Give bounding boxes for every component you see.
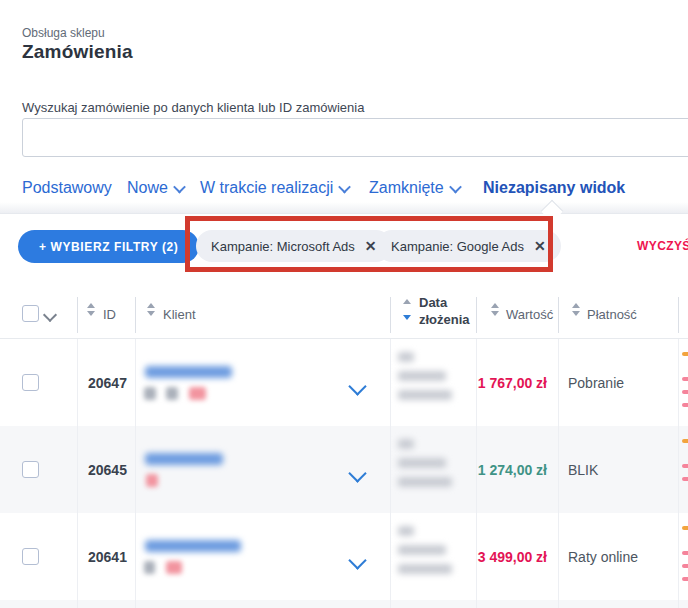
- column-divider: [390, 297, 391, 333]
- tab-label: Nowe: [127, 179, 168, 197]
- sort-desc-icon: [147, 311, 155, 316]
- column-header-data-zlozenia[interactable]: Data złożenia: [419, 294, 470, 328]
- column-divider: [135, 297, 136, 333]
- customer-badge-icon-blurred: [189, 387, 206, 400]
- order-date-blurred: [398, 390, 452, 400]
- order-date-blurred: [398, 458, 446, 468]
- tab-label: Niezapisany widok: [483, 179, 625, 197]
- status-text-clipped: [682, 551, 688, 555]
- filter-chip-label: Kampanie: Google Ads: [391, 239, 524, 254]
- column-divider: [135, 339, 136, 608]
- orders-page: Obsługa sklepu Zamówienia Wyszukaj zamów…: [0, 0, 688, 608]
- column-header-line2: złożenia: [419, 311, 470, 328]
- column-divider: [77, 297, 78, 333]
- tab-label: Zamknięte: [369, 179, 444, 197]
- column-divider: [558, 297, 559, 333]
- customer-badge-icon-blurred: [144, 387, 156, 400]
- sort-asc-icon: [87, 303, 95, 308]
- order-value: 1 274,00 zł: [478, 462, 547, 478]
- column-divider: [390, 339, 391, 608]
- tab-label: W trakcie realizacji: [200, 179, 333, 197]
- status-text-clipped: [682, 464, 688, 468]
- order-date-blurred: [398, 564, 452, 574]
- customer-name-link-blurred[interactable]: [145, 453, 223, 465]
- order-date-blurred: [398, 371, 446, 381]
- order-date-blurred: [398, 439, 414, 449]
- sort-asc-icon: [403, 299, 411, 304]
- status-text-clipped: [682, 390, 688, 394]
- sort-icon-wartosc[interactable]: [491, 303, 499, 316]
- chevron-down-icon: [338, 180, 351, 193]
- sort-desc-icon: [491, 311, 499, 316]
- column-header-klient[interactable]: Klient: [163, 307, 196, 322]
- clear-filters-button[interactable]: WYCZYŚĆ: [637, 239, 688, 253]
- payment-method: Raty online: [568, 549, 638, 565]
- customer-name-link-blurred[interactable]: [145, 540, 241, 552]
- filter-chip-microsoft-ads[interactable]: Kampanie: Microsoft Ads ✕: [196, 230, 392, 262]
- tab-zamkniete[interactable]: Zamknięte: [369, 179, 460, 197]
- tab-niezapisany-widok[interactable]: Niezapisany widok: [483, 179, 625, 197]
- choose-filters-button[interactable]: + WYBIERZ FILTRY (2): [18, 230, 199, 263]
- sort-desc-icon: [572, 311, 580, 316]
- customer-badge-icon-blurred: [166, 561, 182, 574]
- row-checkbox[interactable]: [22, 548, 39, 565]
- remove-filter-icon[interactable]: ✕: [534, 239, 546, 253]
- tab-podstawowy[interactable]: Podstawowy: [22, 179, 112, 197]
- payment-method: Pobranie: [568, 375, 624, 391]
- column-header-line1: Data: [419, 294, 470, 311]
- customer-name-link-blurred[interactable]: [145, 366, 232, 378]
- table-row-partial: [0, 600, 688, 608]
- row-checkbox[interactable]: [22, 461, 39, 478]
- status-text-clipped: [682, 377, 688, 381]
- column-header-platnosc[interactable]: Płatność: [587, 307, 637, 322]
- sort-icon-data-zlozenia[interactable]: [403, 299, 411, 320]
- column-divider: [558, 339, 559, 608]
- select-menu-chevron-icon[interactable]: [43, 308, 57, 322]
- row-checkbox[interactable]: [22, 374, 39, 391]
- column-divider: [77, 339, 78, 608]
- order-value: 1 767,00 zł: [478, 375, 547, 391]
- search-input[interactable]: [22, 118, 688, 157]
- sort-asc-icon: [572, 303, 580, 308]
- sort-asc-icon: [491, 303, 499, 308]
- tab-w-trakcie-realizacji[interactable]: W trakcie realizacji: [200, 179, 349, 197]
- chevron-down-icon: [449, 180, 462, 193]
- customer-badge-icon-blurred: [144, 561, 155, 574]
- search-label: Wyszukaj zamówienie po danych klienta lu…: [22, 100, 364, 115]
- order-date-blurred: [398, 477, 452, 487]
- order-id: 20641: [88, 549, 127, 565]
- status-text-clipped: [682, 403, 688, 407]
- payment-method: BLIK: [568, 462, 598, 478]
- order-id: 20647: [88, 375, 127, 391]
- chevron-down-icon: [173, 180, 186, 193]
- filter-chip-google-ads[interactable]: Kampanie: Google Ads ✕: [376, 230, 561, 262]
- filter-chip-label: Kampanie: Microsoft Ads: [211, 239, 355, 254]
- sort-icon-klient[interactable]: [147, 303, 155, 316]
- sort-icon-platnosc[interactable]: [572, 303, 580, 316]
- column-header-id[interactable]: ID: [103, 307, 116, 322]
- sort-desc-icon: [87, 311, 95, 316]
- column-divider: [476, 297, 477, 333]
- remove-filter-icon[interactable]: ✕: [365, 239, 377, 253]
- status-text-clipped: [682, 439, 688, 443]
- column-divider: [678, 297, 679, 333]
- tab-label: Podstawowy: [22, 179, 112, 197]
- sort-icon-id[interactable]: [87, 303, 95, 316]
- customer-badge-icon-blurred: [146, 474, 158, 487]
- order-id: 20645: [88, 462, 127, 478]
- status-text-clipped: [682, 526, 688, 530]
- select-all-checkbox[interactable]: [22, 305, 39, 322]
- tab-nowe[interactable]: Nowe: [127, 179, 184, 197]
- breadcrumb: Obsługa sklepu: [22, 26, 105, 40]
- column-header-wartosc[interactable]: Wartość: [506, 307, 553, 322]
- sort-desc-icon-active: [403, 315, 411, 320]
- status-text-clipped: [682, 477, 688, 481]
- status-text-clipped: [682, 352, 688, 356]
- sort-asc-icon: [147, 303, 155, 308]
- status-text-clipped: [682, 577, 688, 581]
- page-title: Zamówienia: [22, 41, 133, 63]
- tabbar-shadow: [0, 202, 688, 213]
- order-value: 3 499,00 zł: [478, 549, 547, 565]
- order-date-blurred: [398, 526, 414, 536]
- order-date-blurred: [398, 545, 446, 555]
